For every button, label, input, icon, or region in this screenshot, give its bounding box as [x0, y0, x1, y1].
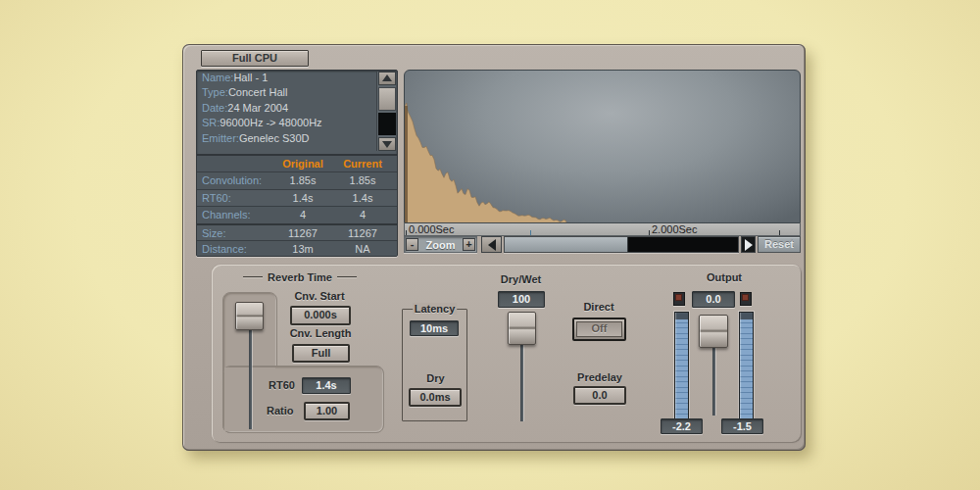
reverb-time-section-title: Reverb Time	[243, 271, 357, 283]
dry-wet-label: Dry/Wet	[495, 273, 547, 285]
output-gain-field[interactable]: 0.0	[692, 291, 735, 308]
row-original-value: 1.4s	[273, 190, 332, 207]
ratio-label: Ratio	[267, 405, 294, 416]
plugin-window: Full CPU Name:Hall - 1 Type:Concert Hall…	[182, 44, 806, 451]
table-row-distance: Distance: 13m NA	[197, 240, 397, 257]
clip-led-icon	[675, 294, 682, 301]
info-row-name: Name:Hall - 1	[197, 71, 397, 85]
impulse-waveform-display	[404, 70, 801, 223]
output-slider-handle[interactable]	[699, 315, 728, 348]
row-original-value: 13m	[273, 241, 332, 257]
row-label: Channels:	[197, 207, 273, 223]
table-row-channels: Channels: 4 4	[197, 206, 397, 223]
table-row-convolution: Convolution: 1.85s 1.85s	[197, 172, 397, 189]
row-current-value: 1.85s	[332, 172, 393, 189]
scroll-down-button[interactable]	[378, 137, 396, 151]
scrollbar-track[interactable]	[378, 113, 396, 135]
ratio-field[interactable]: 1.00	[304, 402, 350, 420]
row-label: RT60:	[197, 190, 273, 207]
dry-label: Dry	[403, 372, 468, 384]
info-row-date: Date:24 Mar 2004	[197, 101, 397, 116]
reset-button[interactable]: Reset	[758, 236, 801, 253]
impulse-info-list: Name:Hall - 1 Type:Concert Hall Date:24 …	[197, 71, 397, 153]
info-value: Concert Hall	[228, 86, 288, 98]
info-label: Date:	[202, 102, 227, 114]
ruler-tick	[649, 230, 650, 235]
cnv-length-field[interactable]: Full	[292, 344, 350, 363]
rt60-field[interactable]: 1.4s	[302, 377, 351, 394]
zoom-label: Zoom	[419, 239, 462, 251]
info-value: 96000Hz -> 48000Hz	[220, 117, 321, 128]
time-ruler: 0.000Sec 2.000Sec	[404, 223, 801, 236]
table-header-spacer	[197, 156, 273, 172]
section-title-text: Reverb Time	[268, 271, 332, 283]
clip-indicator-left[interactable]	[673, 292, 685, 306]
row-label: Distance:	[197, 241, 273, 257]
row-original-value: 11267	[273, 225, 332, 241]
predelay-field[interactable]: 0.0	[573, 386, 626, 405]
scroll-right-button[interactable]	[741, 236, 756, 253]
ruler-tick	[406, 230, 407, 235]
predelay-label: Predelay	[572, 371, 627, 383]
dry-delay-field[interactable]: 0.0ms	[409, 388, 462, 407]
info-label: SR:	[202, 117, 220, 128]
ruler-start-label: 0.000Sec	[409, 223, 454, 235]
rt60-label: RT60	[269, 379, 295, 391]
row-label: Size:	[197, 225, 273, 241]
latency-group: Latency 10ms Dry 0.0ms	[402, 309, 467, 421]
direct-toggle-button[interactable]: Off	[572, 318, 626, 341]
info-row-type: Type:Concert Hall	[197, 85, 397, 100]
latency-group-title: Latency	[413, 303, 458, 315]
waveform-controls: - Zoom + Reset	[404, 236, 801, 253]
dash-decoration	[243, 276, 263, 278]
zoom-in-button[interactable]: +	[463, 238, 475, 251]
level-meter-left	[674, 312, 689, 419]
zoom-out-button[interactable]: -	[406, 238, 418, 251]
level-meter-right	[739, 312, 754, 419]
dash-decoration	[337, 276, 357, 278]
direct-label: Direct	[574, 301, 623, 313]
impulse-decay-shape	[405, 103, 567, 223]
impulse-info-panel: Name:Hall - 1 Type:Concert Hall Date:24 …	[196, 70, 398, 257]
triangle-right-icon	[745, 239, 753, 251]
waveform-scrollbar-thumb[interactable]	[505, 237, 628, 252]
row-current-value: 4	[332, 207, 393, 223]
parameters-panel: Reverb Time Cnv. Start 0.000s Cnv. Lengt…	[212, 265, 802, 443]
row-original-value: 4	[273, 207, 332, 223]
info-value: Genelec S30D	[239, 132, 310, 144]
cnv-start-field[interactable]: 0.000s	[290, 306, 351, 325]
info-label: Type:	[202, 86, 228, 98]
scroll-left-button[interactable]	[481, 236, 502, 253]
row-label: Convolution:	[197, 172, 273, 189]
impulse-start-edge	[405, 106, 408, 223]
scrollbar-thumb[interactable]	[378, 87, 396, 111]
reverb-time-slider-handle[interactable]	[235, 302, 264, 330]
clip-led-icon	[742, 294, 749, 301]
row-current-value: NA	[332, 241, 393, 257]
output-label: Output	[696, 271, 753, 283]
latency-value-field[interactable]: 10ms	[410, 320, 459, 336]
column-current: Current	[332, 156, 393, 172]
zoom-control-group: - Zoom +	[404, 236, 477, 253]
info-row-sr: SR:96000Hz -> 48000Hz	[197, 116, 397, 130]
output-level-left-field[interactable]: -2.2	[661, 418, 703, 434]
desktop-background: Full CPU Name:Hall - 1 Type:Concert Hall…	[0, 0, 980, 490]
row-current-value: 1.4s	[332, 190, 393, 207]
cnv-length-label: Cnv. Length	[285, 327, 356, 339]
ruler-end-label: 2.000Sec	[652, 223, 697, 235]
clip-indicator-right[interactable]	[740, 292, 752, 306]
triangle-up-icon	[382, 74, 392, 81]
info-value: Hall - 1	[233, 72, 268, 83]
cnv-start-label: Cnv. Start	[289, 290, 350, 302]
info-scrollbar[interactable]	[376, 72, 396, 151]
full-cpu-button[interactable]: Full CPU	[201, 50, 309, 67]
dry-wet-slider-handle[interactable]	[508, 312, 536, 345]
table-row-rt60: RT60: 1.4s 1.4s	[197, 189, 397, 207]
row-original-value: 1.85s	[273, 172, 332, 189]
waveform-scrollbar[interactable]	[504, 236, 739, 253]
column-original: Original	[273, 156, 332, 172]
ruler-tick	[779, 230, 780, 235]
scroll-up-button[interactable]	[378, 72, 396, 85]
dry-wet-value-field[interactable]: 100	[498, 291, 545, 308]
output-level-right-field[interactable]: -1.5	[721, 418, 763, 434]
